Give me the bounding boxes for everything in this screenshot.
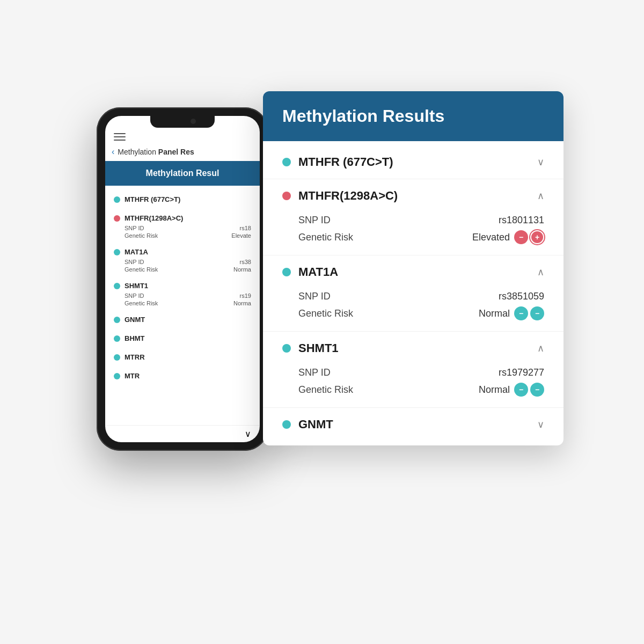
chevron-up-icon-mthfr1298: ∧ <box>537 190 544 202</box>
card-detail-snpid-value-shmt1: rs1979277 <box>499 367 544 378</box>
phone-shmt1-snpid: SNP ID rs19 <box>125 292 251 299</box>
phone-shmt1-snpid-label: SNP ID <box>125 292 144 299</box>
phone-item-name-mtrr: MTRR <box>125 353 145 361</box>
card-detail-risk-mthfr1298: Genetic Risk Elevated − + <box>298 228 544 246</box>
phone-item-mthfr1298[interactable]: MTHFR(1298A>C) SNP ID rs18 Genetic Risk … <box>105 209 260 243</box>
phone-detail-risk: Genetic Risk Elevate <box>125 232 251 239</box>
phone-mat1a-risk: Genetic Risk Norma <box>125 266 251 273</box>
phone-item-mat1a[interactable]: MAT1A SNP ID rs38 Genetic Risk Norma <box>105 243 260 276</box>
card-risk-badges-shmt1: − − <box>514 383 544 397</box>
phone-detail-snpid-label: SNP ID <box>125 225 144 231</box>
phone-item-mtr[interactable]: MTR <box>105 367 260 385</box>
card-item-name-mthfr677: MTHFR (677C>T) <box>298 155 393 169</box>
phone-item-name-mtr: MTR <box>125 372 140 380</box>
chevron-down-icon: ∨ <box>245 429 251 439</box>
phone-bottom-chevron[interactable]: ∨ <box>105 425 260 442</box>
card-detail-risk-label-shmt1: Genetic Risk <box>298 384 353 396</box>
card-risk-text-mat1a: Normal <box>479 308 510 319</box>
phone-item-details-mat1a: SNP ID rs38 Genetic Risk Norma <box>114 258 251 273</box>
phone-header-title: Methylation Resul <box>114 169 251 178</box>
card-detail-snpid-shmt1: SNP ID rs1979277 <box>298 365 544 380</box>
card-detail-snpid-label-mthfr1298: SNP ID <box>298 215 331 226</box>
card-item-name-gnmt: GNMT <box>298 418 333 431</box>
scene: ‹ Methylation Panel Res Methylation Resu… <box>80 80 564 564</box>
card-detail-snpid-mthfr1298: SNP ID rs1801131 <box>298 213 544 228</box>
phone-section-header: Methylation Resul <box>105 161 260 186</box>
card-risk-text-mthfr1298: Elevated <box>472 232 510 243</box>
phone-results-list: MTHFR (677C>T) MTHFR(1298A>C) SNP ID r <box>105 186 260 425</box>
card-dot-mat1a <box>282 268 291 276</box>
card-risk-badges-mthfr1298: − + <box>514 230 544 244</box>
phone-screen: ‹ Methylation Panel Res Methylation Resu… <box>105 116 260 442</box>
phone-detail-snpid-value: rs18 <box>240 225 251 231</box>
badge-minus-teal-shmt1-1: − <box>514 383 528 397</box>
phone-detail-risk-value: Elevate <box>231 232 251 239</box>
phone-item-mthfr677[interactable]: MTHFR (677C>T) <box>105 190 260 209</box>
menu-line-3 <box>114 140 126 141</box>
card-detail-risk-label-mthfr1298: Genetic Risk <box>298 232 353 243</box>
phone-item-header-mtr: MTR <box>114 370 251 382</box>
dot-teal-mthfr677 <box>114 196 120 203</box>
card-snpid-text-mat1a: rs3851059 <box>499 291 544 302</box>
badge-minus-teal-shmt1-2: − <box>530 383 544 397</box>
dot-teal-gnmt <box>114 317 120 323</box>
phone-item-mtrr[interactable]: MTRR <box>105 348 260 367</box>
card-item-details-shmt1: SNP ID rs1979277 Genetic Risk Normal − − <box>263 365 564 407</box>
nav-title-light: Methylation <box>118 148 158 156</box>
chevron-up-icon-mat1a: ∧ <box>537 266 544 278</box>
phone-shmt1-risk-value: Norma <box>233 300 251 306</box>
card-dot-gnmt <box>282 420 291 429</box>
card-item-details-mat1a: SNP ID rs3851059 Genetic Risk Normal − − <box>263 289 564 331</box>
card-header: Methylation Results <box>263 91 564 141</box>
phone-item-name-bhmt: BHMT <box>125 334 145 342</box>
phone-item-header-bhmt: BHMT <box>114 332 251 345</box>
badge-minus-red-1298: − <box>514 230 528 244</box>
phone-item-header-mat1a: MAT1A <box>114 246 251 258</box>
phone-mat1a-risk-value: Norma <box>233 266 251 273</box>
nav-title-bold: Panel Res <box>158 148 194 156</box>
card-snpid-text-shmt1: rs1979277 <box>499 367 544 378</box>
card-item-left-mthfr1298: MTHFR(1298A>C) <box>282 189 398 203</box>
card-detail-snpid-value-mat1a: rs3851059 <box>499 291 544 302</box>
chevron-up-icon-shmt1: ∧ <box>537 342 544 354</box>
card-dot-mthfr1298 <box>282 192 291 200</box>
card-item-header-mthfr1298[interactable]: MTHFR(1298A>C) ∧ <box>263 179 564 213</box>
card-detail-risk-mat1a: Genetic Risk Normal − − <box>298 304 544 323</box>
card-item-shmt1: SHMT1 ∧ SNP ID rs1979277 Genetic Risk <box>263 332 564 408</box>
card-detail-risk-value-mthfr1298: Elevated − + <box>472 230 544 244</box>
dot-teal-shmt1 <box>114 283 120 289</box>
phone-item-shmt1[interactable]: SHMT1 SNP ID rs19 Genetic Risk Norma <box>105 276 260 310</box>
phone-item-name-mthfr677: MTHFR (677C>T) <box>125 195 180 203</box>
phone-item-name-mat1a: MAT1A <box>125 248 148 256</box>
card-item-header-mthfr677[interactable]: MTHFR (677C>T) ∨ <box>263 145 564 179</box>
phone-detail-risk-label: Genetic Risk <box>125 232 158 239</box>
phone-detail-snpid: SNP ID rs18 <box>125 224 251 232</box>
methylation-card: Methylation Results MTHFR (677C>T) ∨ <box>263 91 564 445</box>
card-item-header-mat1a[interactable]: MAT1A ∧ <box>263 255 564 289</box>
back-button[interactable]: ‹ <box>112 147 114 157</box>
phone-item-bhmt[interactable]: BHMT <box>105 329 260 348</box>
card-detail-risk-shmt1: Genetic Risk Normal − − <box>298 380 544 399</box>
phone-mat1a-risk-label: Genetic Risk <box>125 266 158 273</box>
menu-line-2 <box>114 136 126 137</box>
phone-shmt1-risk-label: Genetic Risk <box>125 300 158 306</box>
card-item-mat1a: MAT1A ∧ SNP ID rs3851059 Genetic Risk <box>263 255 564 332</box>
card-item-mthfr677: MTHFR (677C>T) ∨ <box>263 145 564 179</box>
card-item-header-shmt1[interactable]: SHMT1 ∧ <box>263 332 564 365</box>
card-item-header-gnmt[interactable]: GNMT ∨ <box>263 408 564 441</box>
card-body: MTHFR (677C>T) ∨ MTHFR(1298A>C) ∧ SNP ID <box>263 141 564 445</box>
card-item-left-shmt1: SHMT1 <box>282 341 339 355</box>
card-detail-snpid-value-mthfr1298: rs1801131 <box>499 215 544 226</box>
phone-item-gnmt[interactable]: GNMT <box>105 310 260 329</box>
card-risk-text-shmt1: Normal <box>479 384 510 396</box>
card-risk-badges-mat1a: − − <box>514 306 544 320</box>
phone-nav-bar: ‹ Methylation Panel Res <box>105 145 260 161</box>
card-detail-snpid-mat1a: SNP ID rs3851059 <box>298 289 544 304</box>
phone-shmt1-snpid-value: rs19 <box>240 292 251 299</box>
hamburger-menu[interactable] <box>105 133 260 141</box>
phone-mat1a-snpid-label: SNP ID <box>125 259 144 265</box>
card-item-name-shmt1: SHMT1 <box>298 341 339 355</box>
badge-minus-teal-mat1a-2: − <box>530 306 544 320</box>
chevron-down-icon-gnmt: ∨ <box>537 419 544 430</box>
card-item-name-mat1a: MAT1A <box>298 265 338 279</box>
